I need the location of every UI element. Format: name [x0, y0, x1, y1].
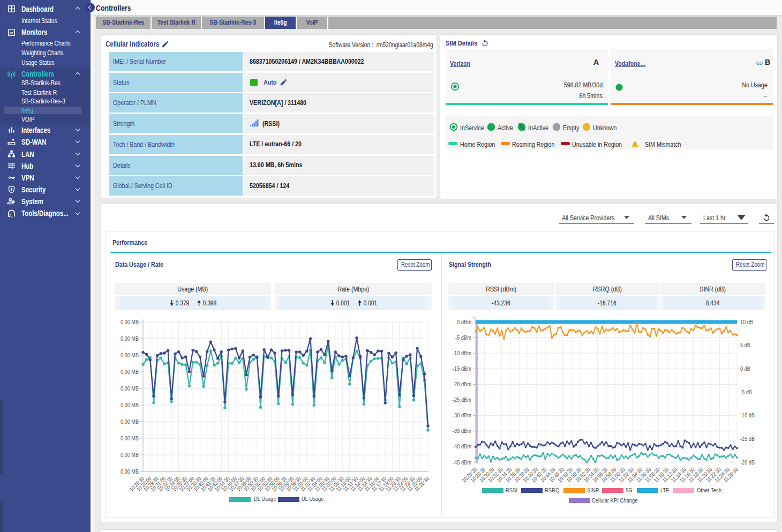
svg-text:-20 dB: -20 dB [740, 459, 755, 466]
svg-text:0.00 MB: 0.00 MB [121, 369, 139, 375]
svg-text:0.00 MB: 0.00 MB [121, 452, 139, 458]
svg-text:-45 dBm: -45 dBm [453, 459, 471, 466]
svg-text:0.00 MB: 0.00 MB [121, 468, 139, 475]
svg-text:0.00 MB: 0.00 MB [121, 335, 139, 342]
svg-text:-10 dB: -10 dB [740, 412, 755, 418]
svg-text:10 dB: 10 dB [740, 319, 753, 325]
svg-text:-5 dBm: -5 dBm [455, 334, 471, 341]
svg-text:-5 dB: -5 dB [740, 389, 752, 395]
svg-text:0.00 MB: 0.00 MB [121, 319, 139, 325]
svg-text:-10 dBm: -10 dBm [453, 350, 471, 356]
svg-text:0 dBm: 0 dBm [457, 319, 471, 325]
svg-text:-15 dBm: -15 dBm [453, 365, 471, 372]
svg-text:0 dB: 0 dB [740, 365, 750, 372]
svg-text:0.00 MB: 0.00 MB [121, 352, 139, 358]
svg-text:-20 dBm: -20 dBm [453, 381, 471, 387]
svg-text:-30 dBm: -30 dBm [453, 412, 471, 418]
svg-text:-25 dBm: -25 dBm [453, 396, 471, 403]
svg-text:0.00 MB: 0.00 MB [121, 435, 139, 441]
svg-text:-40 dBm: -40 dBm [453, 443, 471, 449]
svg-text:0.00 MB: 0.00 MB [121, 402, 139, 408]
svg-text:-35 dBm: -35 dBm [453, 428, 471, 434]
svg-text:0.00 MB: 0.00 MB [121, 418, 139, 425]
svg-text:5 dB: 5 dB [740, 342, 750, 348]
svg-text:-15 dB: -15 dB [740, 436, 755, 442]
svg-text:0.00 MB: 0.00 MB [121, 385, 139, 392]
